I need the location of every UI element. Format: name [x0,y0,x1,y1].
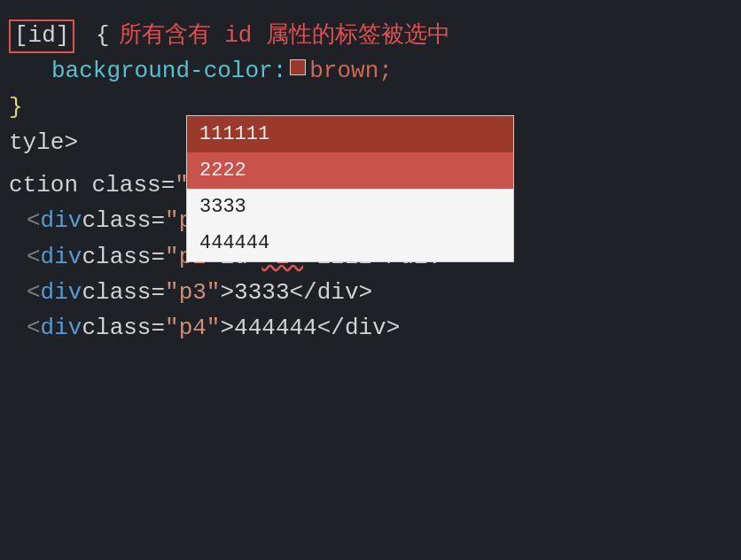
code-line-2: background-color: brown; [9,53,732,89]
dropdown-popup[interactable]: 111111 2222 3333 444444 [186,115,514,262]
tag-div-4: div [41,310,82,346]
tag-div-2: div [41,239,82,275]
class-attr-3: class= [82,275,165,310]
tag-prefix-ction: ction class= [9,167,175,203]
class-attr-2: class= [82,239,165,275]
code-area: [id] { 所有含有 id 属性的标签被选中 background-color… [0,0,741,560]
class-attr-1: class= [82,203,165,238]
code-line-8: < div class= "p3" >3333</div> [9,275,732,310]
lt-bracket-2: < [27,239,41,275]
annotation-text: 所有含有 id 属性的标签被选中 [119,18,450,53]
div-content-3: >3333</div> [220,275,372,310]
dropdown-item-2[interactable]: 2222 [187,152,513,189]
code-line-1: [id] { 所有含有 id 属性的标签被选中 [9,18,732,53]
css-property: background-color: [51,53,286,89]
div-content-4: >444444</div> [220,310,400,346]
brace-open: { [82,18,109,53]
class-p3-val: "p3" [165,275,220,310]
lt-bracket-4: < [27,310,41,346]
dropdown-item-1[interactable]: 111111 [187,116,513,152]
brace-close: } [9,89,23,125]
lt-bracket-3: < [27,275,41,310]
tag-div-1: div [41,203,82,238]
class-p4-val: "p4" [165,310,220,346]
selector-id: [id] [9,19,74,53]
dropdown-item-3[interactable]: 3333 [187,189,513,225]
color-swatch-brown [290,59,306,75]
class-attr-4: class= [82,310,165,346]
dropdown-item-4[interactable]: 444444 [187,225,513,261]
code-line-9: < div class= "p4" >444444</div> [9,310,732,346]
lt-bracket: < [27,203,41,238]
tag-tyle: tyle> [9,125,78,160]
tag-div-3: div [41,275,82,310]
css-value: brown; [309,53,393,89]
